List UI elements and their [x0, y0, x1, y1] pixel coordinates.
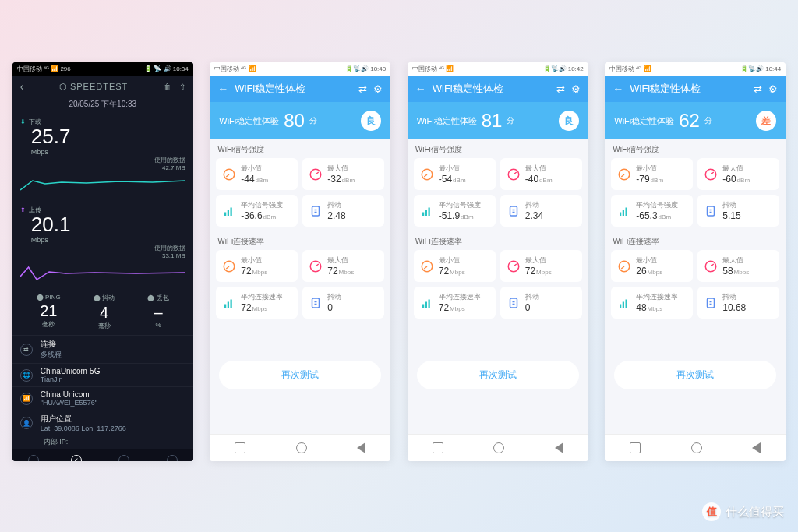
jitter-icon — [309, 204, 323, 218]
section-speed: WiFi连接速率 — [408, 231, 588, 250]
nav-recent[interactable] — [630, 442, 641, 453]
metric-card: 最大值72Mbps — [302, 250, 384, 282]
tab-results[interactable]: ✓结果 — [71, 455, 82, 461]
isp-info[interactable]: 🌐ChinaUnicom-5GTianJin — [12, 363, 193, 386]
tab-coverage[interactable]: 覆盖范围 — [113, 455, 135, 461]
gauge-max-icon — [309, 259, 323, 273]
gauge-max-icon — [507, 259, 521, 273]
connection-info[interactable]: ⇄连接多线程 — [12, 335, 193, 363]
jitter-icon — [704, 296, 718, 310]
score-value: 81 — [482, 110, 503, 132]
nav-back[interactable] — [357, 442, 365, 453]
bars-icon — [420, 204, 434, 218]
section-strength: WiFi信号强度 — [210, 139, 390, 158]
gauge-max-icon — [704, 259, 718, 273]
jitter-icon — [704, 204, 718, 218]
metric-card: 最小值-44dBm — [216, 158, 298, 190]
metric-card: 平均信号强度-36.6dBm — [216, 195, 298, 227]
gauge-max-icon — [507, 167, 521, 181]
score-banner: WiFi稳定性体验 80 分 良 — [210, 102, 390, 139]
brand-title: ⬡ SPEEDTEST — [59, 82, 128, 92]
share-icon[interactable]: ⇧ — [179, 83, 185, 91]
speedtest-topbar: ‹ ⬡ SPEEDTEST 🗑 ⇧ — [12, 76, 193, 97]
filter-icon[interactable]: ⇄ — [358, 83, 367, 95]
test-date: 20/05/25 下午10:33 — [12, 97, 193, 115]
header-title: WiFi稳定性体检 — [433, 82, 550, 96]
tab-settings[interactable]: 设置 — [167, 455, 178, 461]
rating-badge: 差 — [756, 111, 776, 131]
header-title: WiFi稳定性体检 — [630, 82, 747, 96]
watermark: 值 什么值得买 — [702, 502, 784, 521]
gear-icon[interactable]: ⚙ — [373, 83, 383, 95]
bottom-tabs: 速度 ✓结果 覆盖范围 设置 — [12, 449, 193, 461]
wifi-panel-2: 中国移动 ⁴ᴳ 📶🔋📡🔊 10:42 ← WiFi稳定性体检 ⇄ ⚙ WiFi稳… — [408, 62, 588, 461]
metric-card: 平均信号强度-51.9dBm — [414, 195, 496, 227]
gear-icon[interactable]: ⚙ — [571, 83, 581, 95]
app-header: ← WiFi稳定性体检 ⇄ ⚙ — [210, 76, 390, 102]
score-banner: WiFi稳定性体验 62 分 差 — [605, 102, 786, 139]
rating-badge: 良 — [559, 111, 579, 131]
nav-home[interactable] — [691, 442, 702, 453]
app-header: ← WiFi稳定性体检 ⇄ ⚙ — [408, 76, 588, 102]
jitter-icon — [309, 296, 323, 310]
back-icon[interactable]: ← — [613, 83, 623, 95]
metric-card: 最小值-54dBm — [414, 158, 496, 190]
download-speed: 25.7 — [12, 126, 193, 146]
android-navbar — [210, 434, 390, 461]
delete-icon[interactable]: 🗑 — [164, 83, 171, 91]
section-speed: WiFi连接速率 — [605, 231, 786, 250]
app-header: ← WiFi稳定性体检 ⇄ ⚙ — [605, 76, 786, 102]
watermark-icon: 值 — [702, 502, 721, 521]
section-strength: WiFi信号强度 — [605, 139, 786, 158]
bars-icon — [420, 296, 434, 310]
section-strength: WiFi信号强度 — [408, 139, 588, 158]
rating-badge: 良 — [361, 111, 381, 131]
server-info[interactable]: 📶China Unicom"HUAWEI_E5576" — [12, 386, 193, 410]
back-icon[interactable]: ← — [217, 83, 228, 95]
metric-card: 最大值-60dBm — [697, 158, 779, 190]
metric-card: 平均信号强度-65.3dBm — [611, 195, 693, 227]
metric-card: 最小值72Mbps — [414, 250, 496, 282]
metric-card: 抖动0 — [500, 287, 582, 319]
retest-button[interactable]: 再次测试 — [614, 361, 776, 389]
gear-icon[interactable]: ⚙ — [768, 83, 778, 95]
gauge-min-icon — [420, 259, 434, 273]
bars-icon — [617, 204, 631, 218]
jitter-icon — [507, 296, 521, 310]
upload-speed: 20.1 — [12, 214, 193, 234]
retest-button[interactable]: 再次测试 — [417, 361, 579, 389]
back-icon[interactable]: ‹ — [20, 80, 24, 93]
upload-chart — [20, 262, 185, 286]
tab-speed[interactable]: 速度 — [28, 455, 39, 461]
nav-recent[interactable] — [433, 442, 443, 453]
section-speed: WiFi连接速率 — [210, 231, 390, 250]
score-banner: WiFi稳定性体验 81 分 良 — [408, 102, 588, 139]
metric-card: 抖动0 — [302, 287, 384, 319]
nav-recent[interactable] — [235, 442, 245, 453]
status-bar: 中国移动 ⁴ᴳ 📶🔋📡🔊 10:42 — [408, 62, 588, 76]
metric-card: 抖动2.34 — [500, 195, 582, 227]
filter-icon[interactable]: ⇄ — [556, 83, 565, 95]
wifi-panel-1: 中国移动 ⁴ᴳ 📶🔋📡🔊 10:40 ← WiFi稳定性体检 ⇄ ⚙ WiFi稳… — [210, 62, 390, 461]
metric-card: 最小值26Mbps — [611, 250, 693, 282]
back-icon[interactable]: ← — [415, 83, 426, 95]
latency-metrics: ⬤ PING21毫秒 ⬤ 抖动4毫秒 ⬤ 丢包–% — [12, 291, 193, 335]
gauge-min-icon — [617, 259, 631, 273]
metric-card: 平均连接速率48Mbps — [611, 287, 693, 319]
bars-icon — [222, 204, 236, 218]
metric-card: 平均连接速率72Mbps — [414, 287, 496, 319]
metric-card: 平均连接速率72Mbps — [216, 287, 298, 319]
score-value: 80 — [284, 110, 305, 132]
nav-home[interactable] — [296, 442, 307, 453]
retest-button[interactable]: 再次测试 — [219, 361, 381, 389]
nav-back[interactable] — [752, 442, 761, 453]
android-navbar — [605, 434, 786, 461]
filter-icon[interactable]: ⇄ — [754, 83, 762, 95]
location-info[interactable]: 👤用户位置Lat: 39.0086 Lon: 117.2766 — [12, 410, 193, 435]
android-navbar — [408, 434, 588, 461]
metric-card: 抖动2.48 — [302, 195, 384, 227]
gauge-max-icon — [309, 167, 323, 181]
download-chart — [20, 174, 185, 198]
nav-back[interactable] — [555, 442, 563, 453]
nav-home[interactable] — [493, 442, 504, 453]
